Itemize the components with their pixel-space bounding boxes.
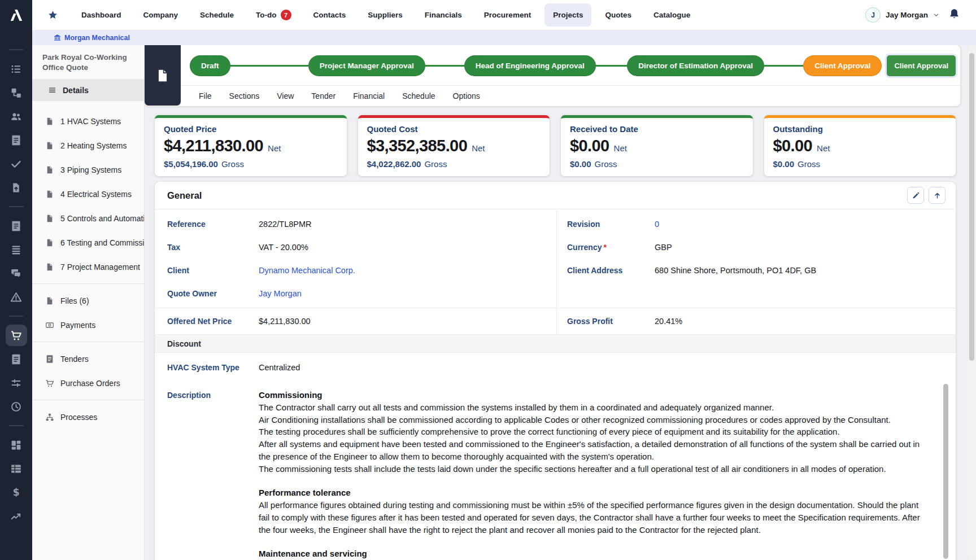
- nav-item-schedule[interactable]: Schedule: [191, 3, 242, 27]
- menu-item-view[interactable]: View: [277, 91, 294, 100]
- menu-item-file[interactable]: File: [199, 91, 212, 100]
- bank-icon: [54, 34, 61, 41]
- star-icon: [47, 10, 58, 20]
- nav-item-catalogue[interactable]: Catalogue: [645, 3, 699, 27]
- general-fields: Reference2822/TL8PMRTaxVAT - 20.00%Clien…: [155, 209, 956, 308]
- sidebar-item-files-6[interactable]: Files (6): [32, 288, 144, 313]
- file-icon: [45, 117, 54, 126]
- nav-item-label: Dashboard: [81, 11, 121, 19]
- description-field: Description CommissioningThe Contractor …: [155, 382, 956, 560]
- revision-field: Revision0: [557, 212, 956, 235]
- card-net-row: $3,352,385.00Net: [367, 137, 541, 155]
- rail-item-dollar[interactable]: $: [6, 482, 27, 503]
- nav-item-company[interactable]: Company: [135, 3, 187, 27]
- description-scrollbar-thumb[interactable]: [943, 384, 948, 559]
- rail-item-list[interactable]: [6, 58, 27, 80]
- card-gross-label: Gross: [424, 159, 447, 169]
- primary-nav: DashboardCompanyScheduleTo-do7ContactsSu…: [73, 0, 699, 30]
- rail-item-rows[interactable]: [6, 239, 27, 260]
- workflow-step-draft[interactable]: Draft: [190, 55, 230, 76]
- sidebar-item-1-hvac-systems[interactable]: 1 HVAC Systems: [32, 109, 144, 133]
- sidebar-item-6-testing-and-commissioning[interactable]: 6 Testing and Commissioning: [32, 230, 144, 255]
- sidebar-item-label: 6 Testing and Commissioning: [60, 238, 144, 247]
- quote-doc-tab[interactable]: [145, 45, 181, 106]
- nav-item-label: Company: [143, 11, 178, 19]
- rail-item-hierarchy[interactable]: [6, 82, 27, 103]
- todo-badge: 7: [281, 10, 291, 20]
- nav-item-dashboard[interactable]: Dashboard: [73, 3, 130, 27]
- nav-item-suppliers[interactable]: Suppliers: [359, 3, 411, 27]
- quote-owner-field: Quote OwnerJay Morgan: [155, 282, 556, 305]
- nav-item-projects[interactable]: Projects: [544, 3, 591, 27]
- rail-item-document[interactable]: [6, 348, 27, 370]
- rail-item-chat[interactable]: [6, 262, 27, 284]
- nav-item-contacts[interactable]: Contacts: [305, 3, 355, 27]
- workflow-step-project-manager-approval[interactable]: Project Manager Approval: [308, 55, 425, 76]
- rail-item-check[interactable]: [6, 153, 27, 174]
- sidebar-item-label: 3 Piping Systems: [60, 165, 121, 174]
- sidebar-item-2-heating-systems[interactable]: 2 Heating Systems: [32, 133, 144, 158]
- menu-item-financial[interactable]: Financial: [353, 91, 385, 100]
- nav-item-label: Projects: [553, 11, 583, 19]
- app-logo[interactable]: [0, 0, 32, 30]
- sidebar-item-4-electrical-systems[interactable]: 4 Electrical Systems: [32, 182, 144, 206]
- breadcrumb-company-link[interactable]: Morgan Mechanical: [54, 34, 130, 42]
- workflow-step-head-of-engineering-approval[interactable]: Head of Engineering Approval: [464, 55, 596, 76]
- workflow-step-director-of-estimation-approval[interactable]: Director of Estimation Approval: [627, 55, 764, 76]
- sidebar-item-purchase-orders[interactable]: Purchase Orders: [32, 371, 144, 395]
- rail-item-trend[interactable]: [6, 505, 27, 527]
- sidebar-item-processes[interactable]: Processes: [32, 405, 144, 429]
- document-icon: [10, 353, 22, 365]
- user-menu[interactable]: J Jay Morgan: [865, 7, 939, 23]
- rail-item-document[interactable]: [6, 129, 27, 151]
- rows-icon: [10, 244, 22, 256]
- breadcrumb-company-label: Morgan Mechanical: [64, 34, 130, 42]
- file-icon: [45, 238, 54, 247]
- rail-item-grid[interactable]: [6, 434, 27, 456]
- nav-item-financials[interactable]: Financials: [416, 3, 470, 27]
- collapse-button[interactable]: [929, 187, 945, 204]
- rail-item-cart[interactable]: [6, 325, 27, 346]
- sidebar-item-3-piping-systems[interactable]: 3 Piping Systems: [32, 158, 144, 182]
- field-value[interactable]: Jay Morgan: [259, 289, 302, 298]
- sidebar-item-tenders[interactable]: Tenders: [32, 347, 144, 371]
- menu-item-schedule[interactable]: Schedule: [402, 91, 435, 100]
- rail-item-file-upload[interactable]: [6, 177, 27, 198]
- client-approval-button[interactable]: Client Approval: [887, 55, 956, 76]
- rail-item-clock[interactable]: [6, 396, 27, 417]
- sidebar-item-payments[interactable]: Payments: [32, 313, 144, 337]
- menu-item-options[interactable]: Options: [453, 91, 480, 100]
- rail-item-table[interactable]: [6, 458, 27, 479]
- sidebar-group: Processes: [32, 400, 144, 434]
- field-value[interactable]: Dynamo Mechanical Corp.: [259, 266, 355, 275]
- sidebar-item-7-project-management[interactable]: 7 Project Management: [32, 255, 144, 279]
- nav-item-to-do[interactable]: To-do7: [247, 2, 299, 28]
- nav-item-quotes[interactable]: Quotes: [596, 3, 640, 27]
- panel-actions: [907, 187, 945, 204]
- rail-item-document[interactable]: [6, 215, 27, 237]
- rail-item-warning[interactable]: [6, 286, 27, 308]
- nav-item-label: Contacts: [313, 11, 346, 19]
- chat-icon: [10, 268, 22, 279]
- pencil-icon: [912, 191, 920, 200]
- field-value[interactable]: 0: [655, 220, 659, 229]
- nav-item-procurement[interactable]: Procurement: [476, 3, 539, 27]
- card-title: Received to Date: [570, 124, 744, 134]
- menu-item-sections[interactable]: Sections: [229, 91, 260, 100]
- file-icon: [45, 262, 54, 272]
- sidebar-item-label: 1 HVAC Systems: [60, 117, 121, 126]
- page-scrollbar-thumb[interactable]: [969, 53, 974, 361]
- edit-button[interactable]: [907, 187, 924, 204]
- user-name: Jay Morgan: [886, 11, 928, 19]
- sidebar-item-details[interactable]: Details: [32, 79, 144, 101]
- general-panel: General Reference2822/TL8PMRTaxVAT - 20.…: [155, 182, 956, 560]
- sidebar-group: TendersPurchase Orders: [32, 342, 144, 400]
- workflow-step-client-approval[interactable]: Client Approval: [803, 55, 882, 76]
- rail-item-people[interactable]: [6, 106, 27, 127]
- sidebar-item-5-controls-and-automation[interactable]: 5 Controls and Automation: [32, 206, 144, 230]
- rail-item-tune[interactable]: [6, 372, 27, 393]
- notifications-button[interactable]: [948, 8, 960, 22]
- favorites-button[interactable]: [47, 10, 58, 20]
- menu-item-tender[interactable]: Tender: [311, 91, 336, 100]
- rail-divider: [9, 425, 24, 426]
